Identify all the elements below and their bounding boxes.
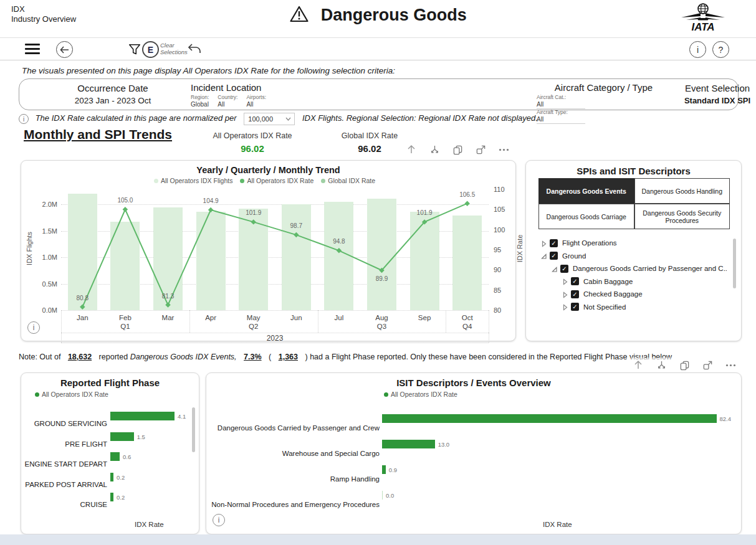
trend-bar[interactable] <box>410 212 439 310</box>
section-title: Monthly and SPI Trends <box>24 127 172 142</box>
checkbox-checked-icon[interactable]: ✓ <box>571 277 579 285</box>
bar-value-label: 0.6 <box>123 453 131 460</box>
trend-bar[interactable] <box>452 216 482 310</box>
undo-icon[interactable] <box>187 42 202 59</box>
tree-item[interactable]: ✓Cabin Baggage <box>540 275 727 288</box>
more-options-icon[interactable] <box>723 358 738 372</box>
e-button-icon[interactable]: E <box>142 41 159 58</box>
tree-item[interactable]: ✓Checked Baggage <box>540 288 727 301</box>
trend-bar[interactable] <box>239 209 268 310</box>
arrow-up-icon[interactable] <box>631 358 646 372</box>
checkbox-checked-icon[interactable]: ✓ <box>571 290 579 298</box>
filter-field[interactable]: Region:Global <box>191 94 209 108</box>
occurrence-date-label: Occurrence Date <box>44 83 181 93</box>
h-bar[interactable] <box>382 440 435 448</box>
filter-field[interactable]: Aircraft Cat.:All <box>537 94 585 109</box>
trend-bar[interactable] <box>68 194 97 310</box>
event-selection-label: Event Selection <box>677 83 756 93</box>
spi-button-4[interactable]: Dangerous Goods Security Procedures <box>634 204 730 229</box>
drill-down-icon[interactable] <box>427 142 442 157</box>
checkbox-checked-icon[interactable]: ✓ <box>550 239 558 247</box>
clear-selections-button[interactable]: Clear Selections <box>160 42 188 55</box>
normalization-dropdown[interactable]: 100,000 <box>244 113 295 125</box>
copy-icon[interactable] <box>450 142 465 157</box>
more-options-icon[interactable] <box>496 142 511 157</box>
kpi-label: Global IDX Rate <box>323 131 416 140</box>
arrow-up-icon[interactable] <box>404 142 419 157</box>
note-suffix: had a Flight Phase reported. Only these … <box>310 353 672 361</box>
h-bar[interactable] <box>382 465 386 474</box>
info-icon[interactable]: i <box>689 41 706 58</box>
h-bar[interactable] <box>110 493 113 501</box>
note-events-count[interactable]: 18,632 <box>68 353 92 361</box>
expand-icon[interactable] <box>540 239 548 247</box>
h-bar[interactable] <box>110 473 113 481</box>
spi-tree: ✓Flight Operations✓Ground✓Dangerous Good… <box>540 237 727 313</box>
note-middle: reported <box>99 353 128 361</box>
x-axis-year: 2023 <box>267 334 284 343</box>
h-bar[interactable] <box>382 414 717 423</box>
bar-category-label: CRUISE <box>24 501 107 508</box>
trend-bar[interactable] <box>367 199 396 310</box>
collapse-icon[interactable] <box>540 252 548 260</box>
quarter-separator <box>318 310 318 333</box>
e-button-label: E <box>148 45 153 55</box>
line-data-label: 81.3 <box>162 293 174 300</box>
line-data-label: 101.9 <box>246 209 261 216</box>
checkbox-checked-icon[interactable]: ✓ <box>550 252 558 260</box>
trend-bar[interactable] <box>110 222 140 310</box>
checkbox-checked-icon[interactable]: ✓ <box>560 265 568 273</box>
bar-category-label: PARKED POST ARRIVAL <box>24 481 107 488</box>
filter-occurrence-date[interactable]: Occurrence Date 2023 Jan - 2023 Oct <box>44 83 181 105</box>
axis-frame-vline <box>61 333 62 343</box>
phase-scrollbar[interactable] <box>192 407 195 452</box>
trend-chart-card: Yearly / Quarterly / Monthly Trend All O… <box>21 160 516 341</box>
tree-item[interactable]: ✓Not Specified <box>540 301 727 314</box>
filter-event-selection[interactable]: Event Selection Standard IDX SPI <box>677 83 756 105</box>
note-count[interactable]: 1,363 <box>279 353 298 361</box>
visual-info-icon[interactable]: i <box>213 514 229 526</box>
tree-item-label: Checked Baggage <box>583 290 643 298</box>
trend-bar[interactable] <box>324 202 353 310</box>
x-axis-label: IDX Rate <box>135 521 164 528</box>
visual-info-icon[interactable]: i <box>27 321 44 334</box>
h-bar[interactable] <box>382 491 383 500</box>
help-icon[interactable]: ? <box>712 41 729 58</box>
spi-button-1[interactable]: Dangerous Goods Events <box>538 178 634 204</box>
filter-icon[interactable] <box>128 43 141 59</box>
spi-button-2[interactable]: Dangerous Goods Handling <box>634 178 730 204</box>
expand-icon[interactable] <box>561 303 569 311</box>
filter-field[interactable]: Airports:All <box>246 94 266 108</box>
filter-incident-location[interactable]: Incident Location Region:GlobalCountry:A… <box>191 82 275 108</box>
spi-panel-card: SPIs and ISIT Descriptors Dangerous Good… <box>525 160 742 341</box>
menu-icon[interactable] <box>25 44 40 54</box>
collapse-icon[interactable] <box>550 265 558 273</box>
focus-mode-icon[interactable] <box>700 358 715 372</box>
back-icon[interactable] <box>56 41 73 58</box>
drill-down-icon[interactable] <box>654 358 669 372</box>
expand-icon[interactable] <box>561 277 569 285</box>
line-data-label: 98.7 <box>290 222 302 229</box>
note-percent[interactable]: 7.3% <box>244 353 262 361</box>
tree-scrollbar[interactable] <box>733 239 736 288</box>
focus-mode-icon[interactable] <box>473 142 488 157</box>
right-axis-label: IDX Rate <box>516 230 524 267</box>
spi-button-3[interactable]: Dangerous Goods Carriage <box>538 204 634 229</box>
expand-icon[interactable] <box>561 290 569 298</box>
filter-field[interactable]: Country:All <box>218 94 237 108</box>
trend-bar[interactable] <box>196 212 226 310</box>
copy-icon[interactable] <box>677 358 692 372</box>
checkbox-checked-icon[interactable]: ✓ <box>571 303 579 311</box>
tree-item[interactable]: ✓Dangerous Goods Carried by Passenger an… <box>540 262 727 275</box>
trend-bar[interactable] <box>282 204 311 310</box>
tree-item[interactable]: ✓Ground <box>540 250 727 263</box>
h-bar[interactable] <box>110 412 175 420</box>
isit-plot: Dangerous Goods Carried by Passenger and… <box>206 373 742 535</box>
tree-item-label: Ground <box>562 252 586 260</box>
clear-selections-line2: Selections <box>160 49 188 55</box>
tree-item[interactable]: ✓Flight Operations <box>540 237 727 250</box>
x-axis-month: Mar <box>162 314 175 321</box>
h-bar[interactable] <box>110 452 120 461</box>
h-bar[interactable] <box>110 432 134 441</box>
x-axis-quarter: Q4 <box>462 323 472 330</box>
